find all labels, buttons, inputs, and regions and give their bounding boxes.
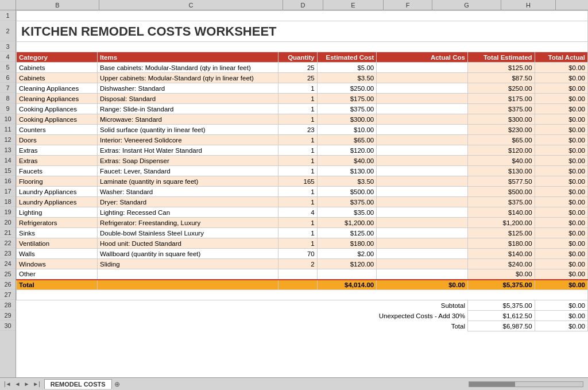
row-num-2: 2 [0,21,16,41]
cell-estcost-22: $180.00 [317,238,376,249]
cell-totalest-6: $87.50 [467,73,535,83]
summary-total-act: $0.00 [535,321,587,331]
cell-estcost-6: $3.50 [317,73,376,83]
cell-totalact-21: $0.00 [535,228,587,238]
tab-nav-last[interactable]: ►| [31,381,42,387]
data-row-9: Cooking Appliances Range: Slide-in Stand… [17,104,588,114]
cell-item-24: Sliding [98,259,278,269]
cell-estcost-9: $375.00 [317,104,376,114]
col-g-header: G [432,0,501,10]
cell-qty-18: 1 [278,197,317,207]
cell-qty-20: 1 [278,218,317,228]
cell-item-19: Lighting: Recessed Can [98,207,278,218]
summary-total-est: $6,987.50 [467,321,535,331]
cell-actcost-7 [377,83,468,94]
row-num-9: 9 [0,103,16,114]
data-row-22: Ventilation Hood unit: Ducted Standard 1… [17,238,588,249]
cell-qty-6: 25 [278,73,317,83]
row-num-25: 25 [0,269,16,279]
row-num-29: 29 [0,310,16,321]
row-num-21: 21 [0,227,16,238]
row-num-3: 3 [0,41,16,52]
worksheet-tab[interactable]: REMODEL COSTS [44,379,112,389]
row-27 [17,290,588,300]
row-num-10: 10 [0,114,16,124]
corner-cell [0,0,16,10]
cell-item-25 [98,269,278,280]
cell-actcost-25 [377,269,468,280]
cell-totalest-24: $240.00 [467,259,535,269]
cell-qty-16: 165 [278,176,317,187]
header-quantity: Quantity [278,52,317,63]
cell-actcost-15 [377,166,468,176]
cell-actcost-13 [377,145,468,156]
row-num-14: 14 [0,155,16,165]
cell-actcost-23 [377,249,468,259]
cell-qty-11: 23 [278,125,317,135]
cell-totalest-5: $125.00 [467,63,535,73]
cell-actcost-8 [377,94,468,104]
cell-qty-8: 1 [278,94,317,104]
cell-qty-14: 1 [278,156,317,166]
cell-totalest-11: $230.00 [467,125,535,135]
cell-estcost-24: $120.00 [317,259,376,269]
data-row-24: Windows Sliding 2 $120.00 $240.00 $0.00 [17,259,588,269]
row-num-11: 11 [0,124,16,134]
row-num-20: 20 [0,217,16,227]
cell-category-7: Cleaning Appliances [17,83,98,94]
row-numbers: 1 2 3 4 5 6 7 8 9 10 11 12 13 14 15 16 1… [0,10,16,377]
row-1 [17,11,588,21]
row-29-unexpected: Unexpected Costs - Add 30% $1,612.50 $0.… [17,311,588,321]
summary-total-label: Total [377,321,468,331]
total-total-act: $0.00 [535,280,587,290]
data-row-11: Counters Solid surface (quantity in line… [17,125,588,135]
cell-totalest-22: $180.00 [467,238,535,249]
data-row-25: Other $0.00 $0.00 [17,269,588,280]
cell-item-23: Wallboard (quantity in square feet) [98,249,278,259]
cell-qty-9: 1 [278,104,317,114]
tab-nav-prev[interactable]: ◄ [13,381,22,387]
unexpected-label: Unexpected Costs - Add 30% [377,311,468,321]
data-row-12: Doors Interior: Veneered Solidcore 1 $65… [17,135,588,145]
horizontal-scrollbar[interactable] [469,381,583,387]
cell-qty-5: 25 [278,63,317,73]
total-total-est: $5,375.00 [467,280,535,290]
cell-category-18: Laundry Appliances [17,197,98,207]
data-rows: Cabinets Base cabinets: Modular-Standard… [17,63,588,280]
row-28-subtotal: Subtotal $5,375.00 $0.00 [17,300,588,311]
row-num-18: 18 [0,196,16,207]
subtotal-label: Subtotal [377,300,468,311]
subtotal-est: $5,375.00 [467,300,535,311]
worksheet-table: KITCHEN REMODEL COSTS WORKSHEET Category… [16,10,588,331]
data-row-13: Extras Extras: Instant Hot Water Standar… [17,145,588,156]
cell-actcost-14 [377,156,468,166]
cell-actcost-10 [377,114,468,125]
add-sheet-icon[interactable]: ⊕ [114,380,120,388]
cell-category-17: Laundry Appliances [17,187,98,197]
cell-item-11: Solid surface (quantity in linear feet) [98,125,278,135]
cell-totalest-23: $140.00 [467,249,535,259]
tab-nav-first[interactable]: |◄ [2,381,13,387]
tab-bar: |◄ ◄ ► ►| REMODEL COSTS ⊕ [0,377,588,390]
row-30-total: Total $6,987.50 $0.00 [17,321,588,331]
row-num-16: 16 [0,176,16,186]
cell-estcost-25 [317,269,376,280]
data-row-8: Cleaning Appliances Disposal: Standard 1… [17,94,588,104]
cell-estcost-17: $500.00 [317,187,376,197]
cell-item-13: Extras: Instant Hot Water Standard [98,145,278,156]
spreadsheet-body: 1 2 3 4 5 6 7 8 9 10 11 12 13 14 15 16 1… [0,10,588,377]
cell-qty-13: 1 [278,145,317,156]
data-row-10: Cooking Appliances Microwave: Standard 1… [17,114,588,125]
tab-nav-next[interactable]: ► [22,381,31,387]
cell-totalact-5: $0.00 [535,63,587,73]
cell-qty-23: 70 [278,249,317,259]
cell-category-14: Extras [17,156,98,166]
cell-estcost-23: $2.00 [317,249,376,259]
cell-category-10: Cooking Appliances [17,114,98,125]
cell-category-6: Cabinets [17,73,98,83]
cell-category-11: Counters [17,125,98,135]
col-b-header: B [16,0,99,10]
row-num-8: 8 [0,93,16,103]
cell-totalest-17: $500.00 [467,187,535,197]
data-row-6: Cabinets Upper cabinets: Modular-Standar… [17,73,588,83]
